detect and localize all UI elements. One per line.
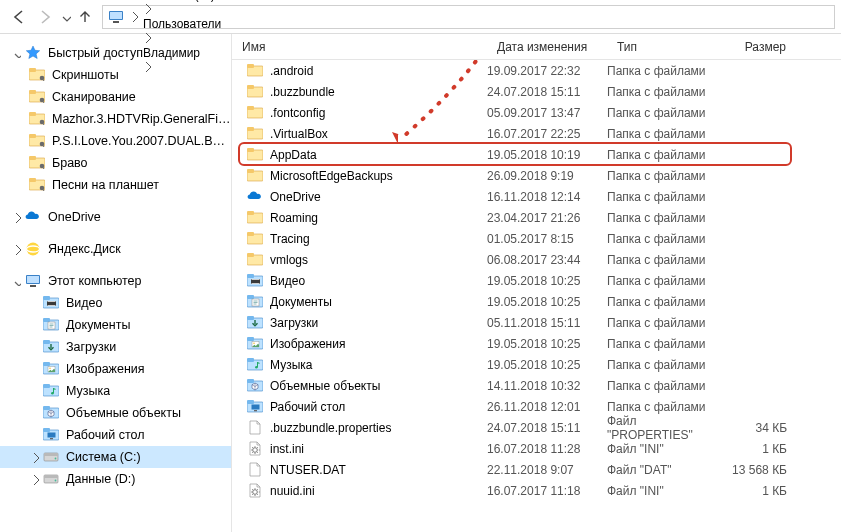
file-row[interactable]: .buzzbundle.properties 24.07.2018 15:11 … <box>232 417 841 438</box>
expand-icon[interactable] <box>10 211 22 223</box>
quick-access-node[interactable]: Быстрый доступ <box>0 42 231 64</box>
file-date: 16.07.2018 11:28 <box>487 442 607 456</box>
sidebar-item-label: Загрузки <box>66 340 116 354</box>
column-date[interactable]: Дата изменения <box>487 34 607 59</box>
star-icon <box>24 44 42 62</box>
file-name: MicrosoftEdgeBackups <box>270 169 393 183</box>
file-row[interactable]: Музыка 19.05.2018 10:25 Папка с файлами <box>232 354 841 375</box>
file-date: 14.11.2018 10:32 <box>487 379 607 393</box>
sidebar-item[interactable]: Документы <box>0 314 231 336</box>
file-row[interactable]: Документы 19.05.2018 10:25 Папка с файла… <box>232 291 841 312</box>
file-row[interactable]: MicrosoftEdgeBackups 26.09.2018 9:19 Пап… <box>232 165 841 186</box>
file-date: 16.07.2017 22:25 <box>487 127 607 141</box>
sidebar-item-label: Данные (D:) <box>66 472 135 486</box>
file-row[interactable]: Изображения 19.05.2018 10:25 Папка с фай… <box>232 333 841 354</box>
file-date: 19.09.2017 22:32 <box>487 64 607 78</box>
column-size[interactable]: Размер <box>723 34 797 59</box>
sidebar-item-label: Скриншоты <box>52 68 119 82</box>
sidebar-item[interactable]: Mazhor.3.HDTVRip.GeneralFilm <box>0 108 231 130</box>
folder-icon <box>246 251 264 269</box>
file-type: Папка с файлами <box>607 253 723 267</box>
file-row[interactable]: AppData 19.05.2018 10:19 Папка с файлами <box>232 144 841 165</box>
file-row[interactable]: inst.ini 16.07.2018 11:28 Файл "INI" 1 К… <box>232 438 841 459</box>
column-type[interactable]: Тип <box>607 34 723 59</box>
sidebar-item-label: Изображения <box>66 362 145 376</box>
expand-icon[interactable] <box>28 451 40 463</box>
sidebar-item[interactable]: Загрузки <box>0 336 231 358</box>
drive-icon <box>42 470 60 488</box>
sidebar-item-label: Видео <box>66 296 103 310</box>
folder-icon <box>246 167 264 185</box>
expand-icon[interactable] <box>10 243 22 255</box>
this-pc-node[interactable]: Этот компьютер <box>0 270 231 292</box>
sidebar-item[interactable]: Изображения <box>0 358 231 380</box>
file-row[interactable]: Tracing 01.05.2017 8:15 Папка с файлами <box>232 228 841 249</box>
sidebar-item[interactable]: Система (C:) <box>0 446 231 468</box>
sidebar-item-onedrive[interactable]: OneDrive <box>0 206 231 228</box>
forward-button[interactable] <box>32 4 58 30</box>
folder-icon <box>246 62 264 80</box>
file-type: Папка с файлами <box>607 400 723 414</box>
folder-pin-icon <box>28 110 46 128</box>
sidebar-item[interactable]: P.S.I.Love.You.2007.DUAL.BDRip <box>0 130 231 152</box>
file-row[interactable]: Объемные объекты 14.11.2018 10:32 Папка … <box>232 375 841 396</box>
folder-pin-icon <box>28 154 46 172</box>
file-row[interactable]: .android 19.09.2017 22:32 Папка с файлам… <box>232 60 841 81</box>
chevron-right-icon[interactable] <box>127 10 140 24</box>
drive-icon <box>42 448 60 466</box>
downloads-icon <box>42 338 60 356</box>
file-type: Папка с файлами <box>607 232 723 246</box>
sidebar-item[interactable]: Скриншоты <box>0 64 231 86</box>
file-type: Папка с файлами <box>607 316 723 330</box>
docs-icon <box>42 316 60 334</box>
sidebar-item[interactable]: Браво <box>0 152 231 174</box>
sidebar-item[interactable]: Сканирование <box>0 86 231 108</box>
sidebar-item-label: Музыка <box>66 384 110 398</box>
file-name: Tracing <box>270 232 310 246</box>
sidebar-item-yadisk[interactable]: Яндекс.Диск <box>0 238 231 260</box>
collapse-icon[interactable] <box>10 47 22 59</box>
up-button[interactable] <box>72 4 98 30</box>
file-row[interactable]: NTUSER.DAT 22.11.2018 9:07 Файл "DAT" 13… <box>232 459 841 480</box>
file-date: 26.11.2018 12:01 <box>487 400 607 414</box>
recent-locations-button[interactable] <box>58 4 72 30</box>
chevron-right-icon[interactable] <box>140 5 153 16</box>
file-row[interactable]: .fontconfig 05.09.2017 13:47 Папка с фай… <box>232 102 841 123</box>
sidebar-item[interactable]: Рабочий стол <box>0 424 231 446</box>
folder-pin-icon <box>28 66 46 84</box>
breadcrumb-bar[interactable]: Этот компьютер Система (C:) Пользователи… <box>102 5 835 29</box>
expand-icon[interactable] <box>28 473 40 485</box>
collapse-icon[interactable] <box>10 275 22 287</box>
sidebar-item[interactable]: Музыка <box>0 380 231 402</box>
file-type: Файл "INI" <box>607 442 723 456</box>
back-button[interactable] <box>6 4 32 30</box>
file-row[interactable]: .buzzbundle 24.07.2018 15:11 Папка с фай… <box>232 81 841 102</box>
file-type: Папка с файлами <box>607 127 723 141</box>
sidebar-item[interactable]: Объемные объекты <box>0 402 231 424</box>
column-name[interactable]: Имя <box>232 34 487 59</box>
file-row[interactable]: Roaming 23.04.2017 21:26 Папка с файлами <box>232 207 841 228</box>
file-row[interactable]: Загрузки 05.11.2018 15:11 Папка с файлам… <box>232 312 841 333</box>
file-row[interactable]: Видео 19.05.2018 10:25 Папка с файлами <box>232 270 841 291</box>
sidebar-item[interactable]: Видео <box>0 292 231 314</box>
sidebar-item-label: P.S.I.Love.You.2007.DUAL.BDRip <box>52 134 231 148</box>
sidebar-item[interactable]: Песни на планшет <box>0 174 231 196</box>
file-row[interactable]: vmlogs 06.08.2017 23:44 Папка с файлами <box>232 249 841 270</box>
file-row[interactable]: nuuid.ini 16.07.2017 11:18 Файл "INI" 1 … <box>232 480 841 501</box>
breadcrumb-segment[interactable]: Пользователи <box>140 17 236 31</box>
folder-icon <box>246 125 264 143</box>
file-name: inst.ini <box>270 442 304 456</box>
sidebar-item-label: Документы <box>66 318 130 332</box>
breadcrumb-segment[interactable]: Система (C:) <box>140 0 236 2</box>
file-name: Загрузки <box>270 316 318 330</box>
file-name: .android <box>270 64 313 78</box>
file-row[interactable]: .VirtualBox 16.07.2017 22:25 Папка с фай… <box>232 123 841 144</box>
file-name: Roaming <box>270 211 318 225</box>
file-row[interactable]: OneDrive 16.11.2018 12:14 Папка с файлам… <box>232 186 841 207</box>
file-name: nuuid.ini <box>270 484 315 498</box>
music-icon <box>246 356 264 374</box>
file-size: 13 568 КБ <box>723 463 797 477</box>
file-date: 24.07.2018 15:11 <box>487 421 607 435</box>
file-row[interactable]: Рабочий стол 26.11.2018 12:01 Папка с фа… <box>232 396 841 417</box>
sidebar-item[interactable]: Данные (D:) <box>0 468 231 490</box>
